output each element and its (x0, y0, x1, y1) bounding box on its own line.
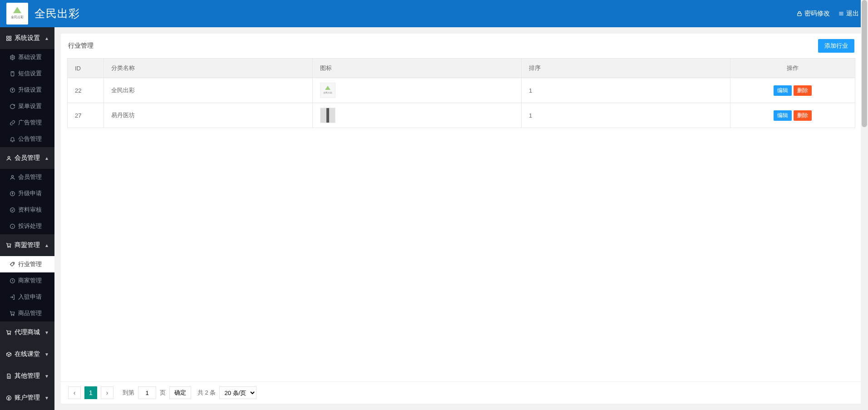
svg-rect-4 (6, 36, 8, 38)
cell-op: 编辑 删除 (730, 78, 855, 103)
cart-icon (5, 329, 12, 336)
sidebar-item-system-0[interactable]: 基础设置 (0, 49, 54, 65)
chevron-down-icon: ▼ (44, 374, 49, 379)
cart-icon (9, 310, 15, 316)
user-icon (9, 174, 15, 180)
sidebar-group-course: 在线课堂▼ (0, 343, 54, 365)
svg-point-20 (10, 247, 10, 247)
chevron-down-icon: ▼ (44, 352, 49, 357)
col-sort: 排序 (522, 59, 730, 78)
per-page-select[interactable]: 20 条/页 (219, 386, 256, 399)
menu-icon (838, 10, 844, 17)
goto-confirm-button[interactable]: 确定 (169, 386, 191, 399)
svg-point-27 (10, 334, 10, 335)
edit-button[interactable]: 编辑 (774, 110, 792, 121)
add-industry-button[interactable]: 添加行业 (818, 39, 854, 53)
next-page-button[interactable]: › (101, 386, 113, 399)
logout-link[interactable]: 退出 (838, 10, 859, 18)
table-header-row: ID 分类名称 图标 排序 操作 (68, 59, 855, 78)
sidebar-submenu-member: 会员管理升级申请资料审核投诉处理 (0, 169, 54, 234)
svg-point-12 (8, 156, 10, 158)
sidebar-item-member-3[interactable]: 投诉处理 (0, 218, 54, 234)
sidebar-submenu-system: 基础设置短信设置升级设置菜单设置广告管理公告管理 (0, 49, 54, 147)
sidebar-item-member-1[interactable]: 升级申请 (0, 185, 54, 202)
grid-icon (5, 35, 12, 41)
edit-button[interactable]: 编辑 (774, 85, 792, 96)
svg-point-13 (11, 175, 13, 177)
svg-rect-0 (798, 13, 801, 15)
pagination: ‹ 1 › 到第 页 确定 共 2 条 20 条/页 (61, 381, 862, 404)
cell-op: 编辑 删除 (730, 103, 855, 128)
sidebar-group-header-system[interactable]: 系统设置▲ (0, 27, 54, 49)
sidebar-item-member-2[interactable]: 资料审核 (0, 202, 54, 218)
sidebar-item-label: 基础设置 (18, 53, 42, 61)
svg-rect-7 (9, 39, 11, 40)
sidebar-group-header-course[interactable]: 在线课堂▼ (0, 343, 54, 365)
sidebar-item-system-2[interactable]: 升级设置 (0, 82, 54, 98)
sidebar-group-label: 商盟管理 (15, 241, 40, 249)
change-password-link[interactable]: 密码修改 (796, 10, 830, 18)
link-icon (9, 119, 15, 126)
chevron-left-icon: ‹ (74, 389, 76, 396)
sidebar-item-alliance-2[interactable]: 入驻申请 (0, 289, 54, 305)
sidebar-item-alliance-0[interactable]: 行业管理 (0, 256, 54, 272)
sidebar-item-label: 短信设置 (18, 69, 42, 78)
page-1-button[interactable]: 1 (84, 386, 97, 399)
delete-button[interactable]: 删除 (794, 110, 812, 121)
sidebar-item-label: 商家管理 (18, 277, 42, 285)
sidebar-group-header-other[interactable]: 其他管理▼ (0, 365, 54, 387)
sidebar-item-system-4[interactable]: 广告管理 (0, 114, 54, 131)
login-icon (9, 294, 15, 300)
sidebar-item-system-1[interactable]: 短信设置 (0, 65, 54, 82)
sidebar-item-member-0[interactable]: 会员管理 (0, 169, 54, 185)
change-password-label: 密码修改 (804, 10, 830, 18)
sidebar-item-alliance-1[interactable]: 商家管理 (0, 272, 54, 289)
user-icon (5, 155, 12, 161)
sidebar-group-label: 代理商城 (15, 328, 40, 336)
cell-icon (313, 103, 522, 128)
sidebar-group-alliance: 商盟管理▲行业管理商家管理入驻申请商品管理 (0, 234, 54, 321)
bell-icon (9, 136, 15, 142)
refresh-icon (9, 103, 15, 109)
sidebar-item-label: 升级申请 (18, 189, 42, 198)
main-content: 行业管理 添加行业 ID 分类名称 图标 排序 操作 (54, 27, 868, 410)
col-icon: 图标 (313, 59, 522, 78)
sidebar-group-label: 在线课堂 (15, 350, 40, 358)
sidebar-group-system: 系统设置▲基础设置短信设置升级设置菜单设置广告管理公告管理 (0, 27, 54, 147)
sidebar-group-label: 账户管理 (15, 394, 40, 402)
sidebar-item-label: 菜单设置 (18, 102, 42, 110)
table-row: 22全民出彩全民出彩1编辑 删除 (68, 78, 855, 103)
col-name: 分类名称 (104, 59, 313, 78)
app-header: 全民出彩 全民出彩 密码修改 退出 (0, 0, 868, 27)
info-icon (9, 223, 15, 229)
sidebar-item-label: 广告管理 (18, 119, 42, 127)
svg-point-26 (8, 334, 9, 335)
table-row: 27易丹医坊1编辑 删除 (68, 103, 855, 128)
svg-rect-5 (9, 36, 11, 38)
vertical-scrollbar[interactable] (861, 0, 868, 410)
sidebar-group-header-account[interactable]: 账户管理▼ (0, 387, 54, 409)
sidebar-group-header-proxy[interactable]: 代理商城▼ (0, 321, 54, 343)
sidebar-group-account: 账户管理▼ (0, 387, 54, 409)
sidebar-group-member: 会员管理▲会员管理升级申请资料审核投诉处理 (0, 147, 54, 234)
sidebar-item-alliance-3[interactable]: 商品管理 (0, 305, 54, 321)
tag-icon (9, 261, 15, 267)
sidebar-item-label: 会员管理 (18, 173, 42, 181)
scrollbar-thumb[interactable] (862, 0, 867, 127)
cell-name: 易丹医坊 (104, 103, 313, 128)
logout-label: 退出 (846, 10, 859, 18)
sidebar-group-header-member[interactable]: 会员管理▲ (0, 147, 54, 169)
cell-id: 22 (68, 78, 104, 103)
money-icon (5, 395, 12, 401)
goto-page-input[interactable] (138, 386, 156, 399)
sidebar-item-label: 行业管理 (18, 260, 42, 268)
prev-page-button[interactable]: ‹ (68, 386, 81, 399)
sidebar-item-system-5[interactable]: 公告管理 (0, 131, 54, 147)
sidebar-submenu-alliance: 行业管理商家管理入驻申请商品管理 (0, 256, 54, 321)
sidebar-item-system-3[interactable]: 菜单设置 (0, 98, 54, 114)
app-body: 系统设置▲基础设置短信设置升级设置菜单设置广告管理公告管理会员管理▲会员管理升级… (0, 27, 868, 410)
row-icon-thumb: 全民出彩 (320, 83, 335, 98)
logo-icon (13, 7, 21, 13)
delete-button[interactable]: 删除 (794, 85, 812, 96)
sidebar-group-header-alliance[interactable]: 商盟管理▲ (0, 234, 54, 256)
